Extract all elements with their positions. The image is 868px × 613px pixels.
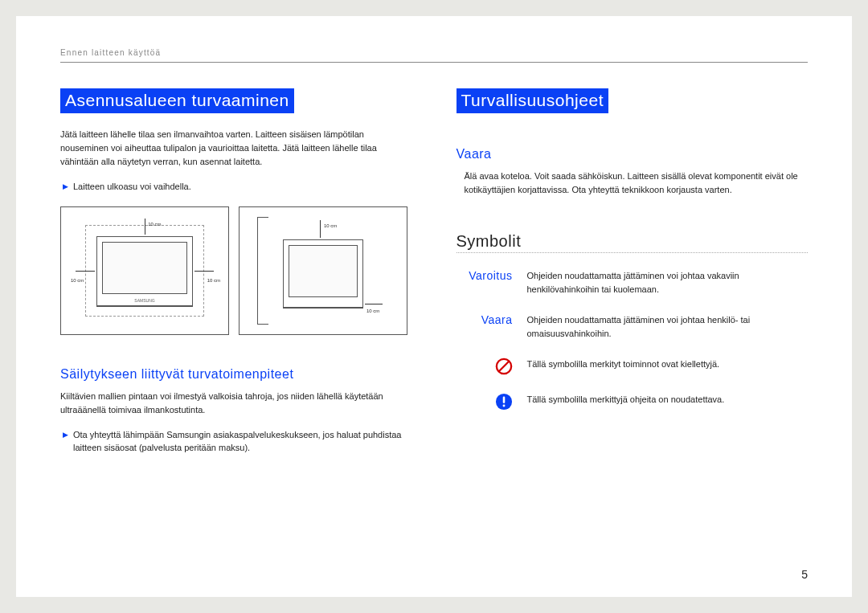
mandatory-icon: [457, 393, 513, 411]
bullet-icon: ▶: [63, 182, 68, 193]
desc-prohibit: Tällä symbolilla merkityt toiminnot ovat…: [527, 358, 809, 371]
subheading-storage: Säilytykseen liittyvät turvatoimenpiteet: [60, 367, 412, 382]
dim-left: 10 cm: [71, 278, 84, 283]
symbol-definitions: Varoitus Ohjeiden noudattamatta jättämin…: [457, 269, 809, 411]
diagram-side: 10 cm 10 cm: [239, 206, 407, 335]
def-varoitus: Varoitus Ohjeiden noudattamatta jättämin…: [457, 269, 809, 296]
document-page: Ennen laitteen käyttöä Asennusalueen tur…: [16, 16, 852, 597]
two-column-layout: Asennusalueen turvaaminen Jätä laitteen …: [60, 88, 808, 577]
clearance-diagrams: SAMSUNG 10 cm 10 cm 10 cm: [60, 206, 412, 335]
svg-rect-3: [502, 397, 505, 403]
storage-note-text: Ota yhteyttä lähimpään Samsungin asiakas…: [73, 428, 412, 455]
dim-top-2: 10 cm: [324, 223, 337, 228]
vaara-body-text: Älä avaa koteloa. Voit saada sähköiskun.…: [465, 170, 809, 197]
def-mandatory: Tällä symbolilla merkittyjä ohjeita on n…: [457, 393, 809, 411]
storage-note: ▶ Ota yhteyttä lähimpään Samsungin asiak…: [63, 428, 412, 455]
desc-varoitus: Ohjeiden noudattamatta jättäminen voi jo…: [527, 269, 809, 296]
term-varoitus: Varoitus: [457, 269, 513, 282]
dim-right-2: 10 cm: [366, 309, 379, 313]
diagram-front: SAMSUNG 10 cm 10 cm 10 cm: [60, 206, 229, 335]
dim-top: 10 cm: [148, 222, 161, 227]
install-note-text: Laitteen ulkoasu voi vaihdella.: [73, 180, 191, 194]
left-column: Asennusalueen turvaaminen Jätä laitteen …: [60, 88, 412, 577]
right-column: Turvallisuusohjeet Vaara Älä avaa kotelo…: [457, 88, 809, 577]
term-vaara: Vaara: [457, 313, 513, 326]
subheading-vaara: Vaara: [457, 147, 809, 161]
install-body-text: Jätä laitteen lähelle tilaa sen ilmanvai…: [60, 128, 412, 169]
install-note: ▶ Laitteen ulkoasu voi vaihdella.: [63, 180, 412, 194]
prohibit-icon: [457, 358, 513, 375]
desc-vaara: Ohjeiden noudattamatta jättäminen voi jo…: [527, 313, 809, 340]
dim-right: 10 cm: [207, 278, 220, 283]
subheading-symbolit: Symbolit: [457, 232, 809, 253]
def-vaara: Vaara Ohjeiden noudattamatta jättäminen …: [457, 313, 809, 340]
section-heading-install: Asennusalueen turvaaminen: [60, 88, 294, 113]
def-prohibit: Tällä symbolilla merkityt toiminnot ovat…: [457, 358, 809, 375]
svg-point-4: [502, 405, 505, 407]
storage-body-text: Kiiltävien mallien pintaan voi ilmestyä …: [60, 390, 412, 417]
page-number: 5: [801, 568, 808, 581]
section-heading-safety: Turvallisuusohjeet: [457, 88, 608, 113]
desc-mandatory: Tällä symbolilla merkittyjä ohjeita on n…: [527, 393, 809, 407]
running-header: Ennen laitteen käyttöä: [60, 48, 808, 63]
bullet-icon: ▶: [63, 430, 68, 441]
svg-line-1: [499, 362, 509, 371]
